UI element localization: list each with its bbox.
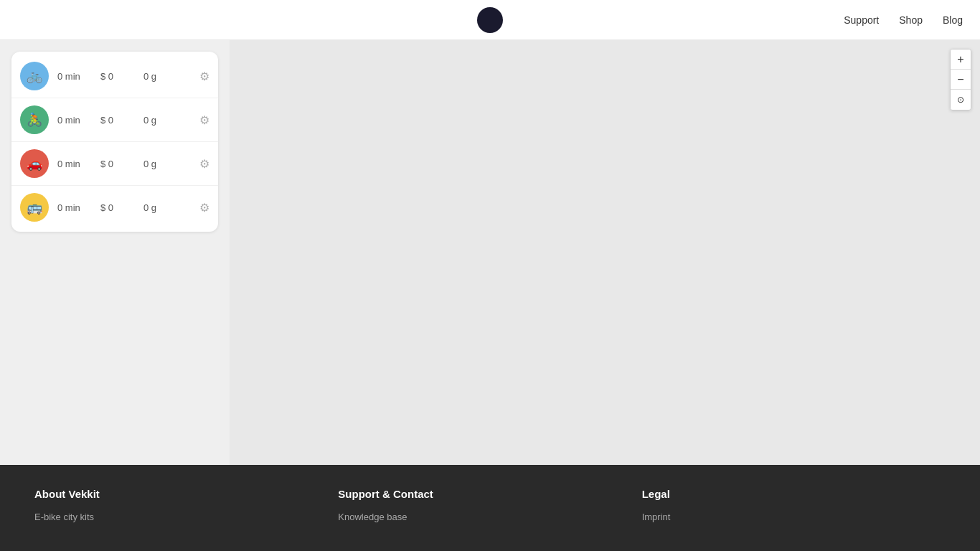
stat-cost: $ 0	[100, 202, 129, 213]
stat-time: 0 min	[57, 115, 86, 126]
bus-icon: 🚌	[20, 193, 49, 222]
transport-stats: 0 min$ 00 g	[57, 115, 191, 126]
transport-row: 🚗0 min$ 00 g⚙	[11, 142, 218, 186]
stat-time: 0 min	[57, 71, 86, 82]
zoom-in-button[interactable]: +	[951, 50, 971, 70]
footer-section: About VekkitE-bike city kits	[34, 488, 338, 528]
stat-time: 0 min	[57, 159, 86, 169]
settings-icon[interactable]: ⚙	[199, 201, 209, 215]
transport-row: 🚲0 min$ 00 g⚙	[11, 55, 218, 98]
ebike-icon: 🚴	[20, 105, 49, 134]
stat-cost: $ 0	[100, 115, 129, 126]
transport-stats: 0 min$ 00 g	[57, 159, 191, 169]
header: SupportShopBlog	[0, 0, 980, 40]
stat-co2: 0 g	[143, 202, 172, 213]
footer-section: Support & ContactKnowledge base	[338, 488, 641, 528]
stat-time: 0 min	[57, 202, 86, 213]
car-icon: 🚗	[20, 149, 49, 178]
map-controls: + − ⊙	[950, 49, 971, 110]
stat-co2: 0 g	[143, 115, 172, 126]
settings-icon[interactable]: ⚙	[199, 113, 209, 127]
stat-co2: 0 g	[143, 71, 172, 82]
map-area: + − ⊙	[230, 40, 980, 465]
avatar[interactable]	[477, 7, 503, 33]
transport-row: 🚌0 min$ 00 g⚙	[11, 186, 218, 229]
bike-icon: 🚲	[20, 62, 49, 90]
reset-bearing-button[interactable]: ⊙	[951, 90, 971, 110]
main-content: 🚲0 min$ 00 g⚙🚴0 min$ 00 g⚙🚗0 min$ 00 g⚙🚌…	[0, 40, 980, 465]
footer-link[interactable]: Imprint	[642, 512, 946, 522]
zoom-out-button[interactable]: −	[951, 70, 971, 90]
footer-section: LegalImprint	[642, 488, 946, 528]
settings-icon[interactable]: ⚙	[199, 157, 209, 171]
stat-cost: $ 0	[100, 159, 129, 169]
stat-co2: 0 g	[143, 159, 172, 169]
footer-link[interactable]: Knowledge base	[338, 512, 641, 522]
sidebar: 🚲0 min$ 00 g⚙🚴0 min$ 00 g⚙🚗0 min$ 00 g⚙🚌…	[0, 40, 230, 465]
nav-link-shop[interactable]: Shop	[899, 14, 923, 26]
transport-card: 🚲0 min$ 00 g⚙🚴0 min$ 00 g⚙🚗0 min$ 00 g⚙🚌…	[11, 52, 218, 232]
transport-stats: 0 min$ 00 g	[57, 202, 191, 213]
settings-icon[interactable]: ⚙	[199, 70, 209, 83]
transport-row: 🚴0 min$ 00 g⚙	[11, 98, 218, 142]
footer-link[interactable]: E-bike city kits	[34, 512, 338, 522]
footer: About VekkitE-bike city kitsSupport & Co…	[0, 465, 980, 551]
footer-heading: About Vekkit	[34, 488, 338, 500]
footer-heading: Legal	[642, 488, 946, 500]
stat-cost: $ 0	[100, 71, 129, 82]
header-nav: SupportShopBlog	[844, 14, 963, 26]
transport-stats: 0 min$ 00 g	[57, 71, 191, 82]
nav-link-support[interactable]: Support	[844, 14, 879, 26]
footer-heading: Support & Contact	[338, 488, 641, 500]
nav-link-blog[interactable]: Blog	[943, 14, 963, 26]
